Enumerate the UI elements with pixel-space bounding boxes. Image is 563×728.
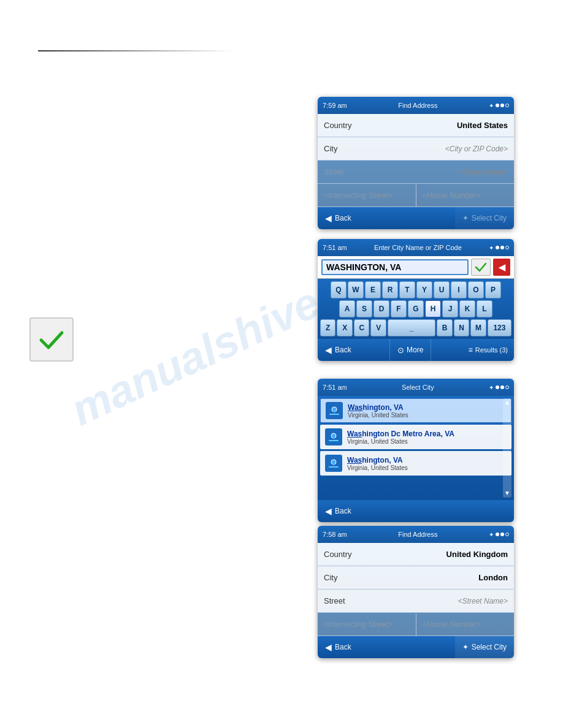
results-button[interactable]: ≡ Results (3) — [462, 339, 514, 361]
bottom-bar-4: ◀ Back ✦ Select City — [318, 636, 514, 658]
city-placeholder-1: <City or ZIP Code> — [445, 145, 508, 153]
city-sub-2: Virginia, United States — [347, 438, 454, 445]
select-city-button-1[interactable]: ✦ Select City — [455, 207, 514, 229]
city-name-1: Washington, VA — [348, 403, 408, 412]
intersecting-house-row-4: <Intersecting Street> <House Number> — [318, 613, 514, 636]
keyboard-row-3: Z X C V _ B N M 123 — [320, 319, 511, 336]
scroll-bar-3[interactable]: ▲ ▼ — [503, 398, 511, 498]
satellite-icon-4: ✦ — [489, 531, 494, 538]
more-button[interactable]: ⊙ More — [389, 339, 431, 361]
keyboard-confirm-button[interactable] — [471, 259, 491, 276]
status-bar-2: 7:51 am Enter City Name or ZIP Code ✦ — [318, 239, 514, 256]
country-label-1: Country — [324, 121, 367, 130]
back-button-1[interactable]: ◀ Back — [318, 207, 359, 229]
key-N[interactable]: N — [454, 319, 470, 336]
status-icons-2: ✦ — [489, 245, 509, 251]
select-city-label-1: Select City — [472, 214, 507, 222]
back-label-4: Back — [335, 643, 351, 651]
street-placeholder-1: <Street Name> — [458, 168, 508, 176]
select-city-button-4[interactable]: ✦ Select City — [455, 636, 514, 658]
house-placeholder-4: <House Number> — [423, 620, 481, 629]
map-icon-1 — [328, 404, 340, 417]
scroll-down-arrow[interactable]: ▼ — [504, 490, 510, 496]
screen-title-2: Enter City Name or ZIP Code — [374, 244, 462, 251]
key-V[interactable]: V — [370, 319, 386, 336]
checkmark-icon — [36, 324, 67, 355]
back-label-1: Back — [335, 214, 351, 222]
back-button-2[interactable]: ◀ Back — [318, 339, 359, 361]
back-arrow-1: ◀ — [325, 213, 332, 223]
key-Q[interactable]: Q — [331, 281, 347, 298]
svg-rect-3 — [329, 440, 339, 441]
key-O[interactable]: O — [468, 281, 484, 298]
key-U[interactable]: U — [434, 281, 450, 298]
back-arrow-3: ◀ — [325, 506, 332, 516]
keyboard-row-1: Q W E R T Y U I O P — [320, 281, 511, 298]
key-M[interactable]: M — [470, 319, 486, 336]
city-item-2[interactable]: Washington Dc Metro Area, VA Virginia, U… — [320, 425, 511, 449]
country-row-4[interactable]: Country United Kingdom — [318, 543, 514, 566]
status-icons-3: ✦ — [489, 384, 509, 391]
key-F[interactable]: F — [391, 300, 407, 317]
key-123[interactable]: 123 — [488, 319, 511, 336]
key-K[interactable]: K — [459, 300, 475, 317]
city-row-4[interactable]: City London — [318, 566, 514, 590]
key-J[interactable]: J — [442, 300, 458, 317]
key-D[interactable]: D — [373, 300, 389, 317]
dot8 — [500, 385, 504, 389]
street-row-4[interactable]: Street <Street Name> — [318, 590, 514, 613]
back-label-3: Back — [335, 507, 351, 515]
key-W[interactable]: W — [348, 281, 364, 298]
status-bar-1: 7:59 am Find Address ✦ — [318, 97, 514, 114]
city-row-1[interactable]: City <City or ZIP Code> — [318, 137, 514, 161]
dot1 — [496, 104, 499, 107]
key-E[interactable]: E — [365, 281, 381, 298]
back-button-3[interactable]: ◀ Back — [318, 500, 359, 522]
back-button-4[interactable]: ◀ Back — [318, 636, 359, 658]
country-row-1[interactable]: Country United States — [318, 114, 514, 137]
signal-dots-3 — [496, 385, 509, 389]
top-rule — [38, 50, 234, 51]
key-L[interactable]: L — [477, 300, 492, 317]
key-I[interactable]: I — [451, 281, 467, 298]
satellite-icon: ✦ — [489, 102, 494, 109]
status-icons-1: ✦ — [489, 102, 509, 109]
city-item-1[interactable]: Washington, VA Virginia, United States — [320, 398, 511, 423]
status-time-1: 7:59 am — [323, 102, 347, 109]
scroll-up-arrow[interactable]: ▲ — [504, 400, 510, 406]
back-label-2: Back — [335, 346, 351, 354]
status-bar-4: 7:58 am Find Address ✦ — [318, 526, 514, 543]
key-R[interactable]: R — [382, 281, 398, 298]
screen-find-address-uk: 7:58 am Find Address ✦ Country United Ki… — [318, 526, 514, 658]
city-sub-3: Virginia, United States — [347, 464, 408, 471]
city-text-1: Washington, VA Virginia, United States — [348, 403, 408, 419]
screen-find-address-us: 7:59 am Find Address ✦ Country United St… — [318, 97, 514, 229]
city-item-3[interactable]: Washington, VA Virginia, United States — [320, 451, 511, 476]
key-T[interactable]: T — [399, 281, 415, 298]
keyboard-delete-button[interactable]: ◀ — [493, 259, 510, 276]
key-Z[interactable]: Z — [320, 319, 336, 336]
key-B[interactable]: B — [437, 319, 453, 336]
key-S[interactable]: S — [356, 300, 372, 317]
key-Y[interactable]: Y — [416, 281, 432, 298]
screen-title-4: Find Address — [398, 531, 437, 538]
key-space[interactable]: _ — [388, 319, 435, 336]
watermark: manualshive — [63, 277, 327, 436]
city-icon-3 — [325, 455, 342, 472]
house-placeholder-1: <House Number> — [423, 191, 481, 200]
keyboard-input-field[interactable]: WASHINGTON, VA — [321, 259, 469, 275]
key-G[interactable]: G — [408, 300, 424, 317]
key-P[interactable]: P — [485, 281, 501, 298]
screen-body-4: Country United Kingdom City London Stree… — [318, 543, 514, 636]
city-highlight-1: Was — [348, 403, 362, 412]
key-A[interactable]: A — [339, 300, 355, 317]
dot10 — [496, 533, 499, 536]
satellite-icon-2: ✦ — [489, 245, 494, 251]
street-label-4: Street — [324, 596, 367, 605]
city-value-4: London — [478, 573, 508, 582]
key-X[interactable]: X — [337, 319, 353, 336]
country-value-4: United Kingdom — [446, 550, 508, 559]
key-C[interactable]: C — [354, 319, 370, 336]
status-time-3: 7:51 am — [323, 384, 347, 391]
key-H[interactable]: H — [425, 300, 441, 317]
